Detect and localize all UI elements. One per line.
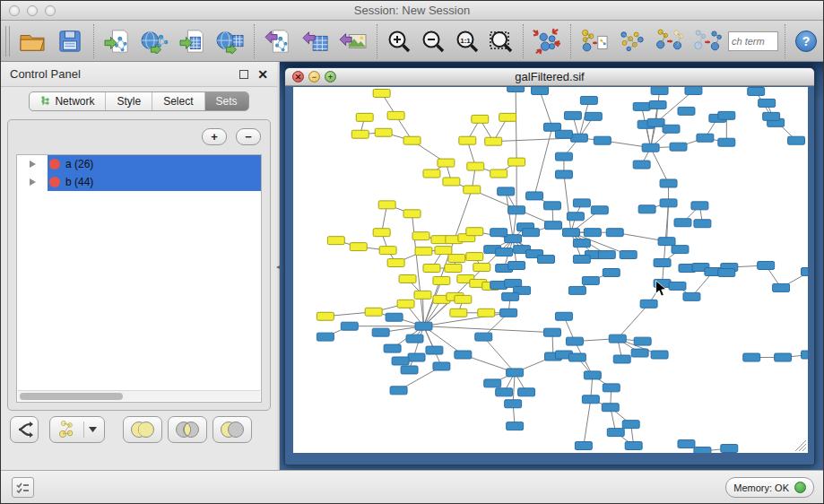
close-panel-button[interactable]: ✕	[257, 70, 268, 79]
graph-node-yellow[interactable]	[350, 243, 367, 251]
float-panel-button[interactable]	[239, 70, 248, 79]
graph-node-blue[interactable]	[538, 256, 555, 264]
graph-node-blue[interactable]	[573, 256, 590, 264]
graph-edge[interactable]	[423, 326, 552, 333]
graph-edge[interactable]	[618, 304, 649, 339]
graph-node-yellow[interactable]	[423, 265, 440, 273]
graph-node-blue[interactable]	[651, 87, 668, 94]
graph-edge[interactable]	[564, 175, 571, 233]
graph-node-yellow[interactable]	[445, 265, 462, 273]
graph-node-yellow[interactable]	[317, 312, 334, 320]
graph-node-yellow[interactable]	[499, 113, 516, 121]
graph-node-blue[interactable]	[426, 346, 443, 354]
export-image-button[interactable]	[334, 23, 372, 59]
graph-node-yellow[interactable]	[473, 264, 490, 272]
graph-node-blue[interactable]	[568, 353, 585, 361]
graph-node-blue[interactable]	[408, 353, 425, 361]
graph-node-blue[interactable]	[613, 355, 630, 363]
graph-node-blue[interactable]	[386, 313, 403, 321]
graph-node-blue[interactable]	[390, 387, 407, 395]
graph-node-blue[interactable]	[562, 229, 579, 237]
graph-node-blue[interactable]	[607, 429, 624, 437]
graph-node-blue[interactable]	[672, 246, 689, 254]
graph-node-yellow[interactable]	[403, 136, 421, 144]
graph-node-blue[interactable]	[660, 199, 677, 207]
set-row-b[interactable]: b (44)	[17, 173, 261, 191]
graph-node-blue[interactable]	[526, 192, 543, 200]
graph-node-blue[interactable]	[631, 349, 648, 357]
graph-node-yellow[interactable]	[455, 295, 472, 303]
graph-node-blue[interactable]	[582, 395, 599, 404]
zoom-in-button[interactable]	[382, 23, 416, 59]
tab-style[interactable]: Style	[106, 92, 152, 110]
graph-node-blue[interactable]	[505, 400, 522, 408]
graph-node-blue[interactable]	[683, 292, 700, 300]
memory-status-button[interactable]: Memory: OK	[725, 477, 814, 498]
network-frame-titlebar[interactable]: ✕ − + galFiltered.sif	[285, 68, 814, 86]
graph-node-blue[interactable]	[642, 143, 659, 152]
graph-node-yellow[interactable]	[448, 255, 465, 263]
zoom-fit-selected-button[interactable]	[484, 23, 518, 59]
graph-node-blue[interactable]	[475, 333, 492, 341]
graph-node-yellow[interactable]	[397, 300, 414, 308]
network-tool-button-2[interactable]	[613, 23, 651, 59]
graph-node-blue[interactable]	[401, 366, 418, 374]
graph-node-blue[interactable]	[633, 102, 650, 110]
network-tool-button-3[interactable]	[651, 23, 689, 59]
graph-node-blue[interactable]	[555, 130, 572, 138]
graph-node-blue[interactable]	[532, 87, 549, 94]
dropdown-arrow-icon[interactable]	[89, 427, 97, 432]
graph-node-blue[interactable]	[507, 369, 524, 377]
graph-edge[interactable]	[534, 127, 552, 196]
graph-node-blue[interactable]	[582, 276, 599, 284]
import-network-file-button[interactable]	[99, 23, 136, 59]
graph-node-blue[interactable]	[697, 134, 714, 142]
graph-node-blue[interactable]	[568, 286, 585, 294]
graph-node-yellow[interactable]	[485, 137, 502, 145]
import-table-file-button[interactable]	[174, 23, 212, 59]
union-button[interactable]	[123, 416, 162, 443]
network-tool-button-1[interactable]	[576, 23, 613, 59]
graph-node-blue[interactable]	[564, 111, 581, 119]
graph-node-blue[interactable]	[498, 187, 515, 196]
help-button[interactable]: ?	[795, 30, 817, 52]
graph-node-blue[interactable]	[685, 87, 702, 94]
graph-node-blue[interactable]	[544, 328, 561, 336]
graph-node-blue[interactable]	[573, 199, 590, 207]
split-set-button[interactable]	[10, 416, 39, 443]
graph-node-yellow[interactable]	[450, 308, 467, 317]
graph-node-blue[interactable]	[633, 161, 650, 169]
graph-node-blue[interactable]	[638, 205, 655, 213]
graph-edge[interactable]	[584, 399, 591, 446]
zoom-out-button[interactable]	[416, 23, 450, 59]
graph-node-blue[interactable]	[763, 112, 780, 120]
graph-node-yellow[interactable]	[467, 162, 484, 170]
graph-node-blue[interactable]	[640, 300, 657, 308]
graph-node-blue[interactable]	[802, 351, 808, 359]
graph-node-yellow[interactable]	[438, 159, 455, 167]
graph-node-blue[interactable]	[455, 351, 472, 359]
graph-node-yellow[interactable]	[433, 276, 450, 284]
export-table-button[interactable]	[297, 23, 334, 59]
network-tool-button-4[interactable]	[689, 23, 726, 59]
graph-node-blue[interactable]	[545, 222, 562, 230]
graph-node-yellow[interactable]	[403, 210, 421, 218]
graph-node-blue[interactable]	[691, 202, 708, 210]
zoom-actual-size-button[interactable]: 1:1	[450, 23, 484, 59]
graph-node-blue[interactable]	[670, 143, 687, 151]
graph-node-blue[interactable]	[573, 239, 590, 248]
graph-node-blue[interactable]	[502, 292, 519, 300]
graph-node-yellow[interactable]	[466, 253, 483, 261]
intersection-button[interactable]	[168, 416, 207, 443]
graph-node-blue[interactable]	[544, 202, 561, 210]
graph-node-yellow[interactable]	[472, 115, 489, 123]
network-canvas[interactable]	[293, 87, 808, 453]
graph-node-blue[interactable]	[609, 335, 626, 343]
collapse-handle-icon[interactable]: ◂	[276, 263, 280, 271]
difference-button[interactable]	[213, 416, 252, 443]
graph-node-blue[interactable]	[620, 251, 637, 259]
graph-node-blue[interactable]	[651, 351, 668, 359]
graph-node-yellow[interactable]	[435, 247, 452, 255]
graph-node-blue[interactable]	[415, 322, 432, 330]
graph-node-blue[interactable]	[507, 422, 524, 430]
